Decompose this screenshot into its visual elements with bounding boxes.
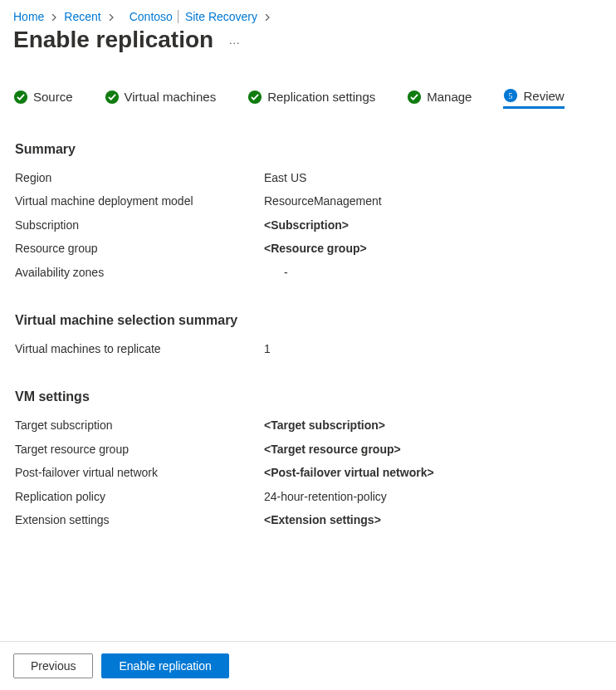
enable-replication-button[interactable]: Enable replication [101, 653, 228, 678]
value-availability-zones: - [264, 263, 601, 281]
step-label: Virtual machines [125, 90, 217, 104]
step-replication-settings[interactable]: Replication settings [247, 90, 375, 108]
row-extension-settings: Extension settings <Extension settings> [15, 511, 601, 529]
step-review[interactable]: 5 Review [503, 88, 564, 109]
row-resource-group: Resource group <Resource group> [15, 239, 601, 257]
wizard-steps: Source Virtual machines Replication sett… [0, 68, 616, 117]
label-region: Region [15, 169, 264, 187]
page-title: Enable replication [13, 27, 213, 53]
step-virtual-machines[interactable]: Virtual machines [105, 90, 217, 108]
breadcrumb-recent[interactable]: Recent [64, 10, 100, 23]
section-heading: Summary [15, 142, 601, 157]
breadcrumb-home[interactable]: Home [13, 10, 44, 23]
chevron-right-icon [51, 10, 57, 23]
value-target-subscription: <Target subscription> [264, 416, 601, 434]
label-target-resource-group: Target resource group [15, 440, 264, 458]
value-post-failover-network: <Post-failover virtual network> [264, 463, 601, 482]
row-region: Region East US [15, 169, 601, 187]
check-circle-icon [13, 90, 28, 105]
label-target-subscription: Target subscription [15, 416, 264, 434]
value-vms-to-replicate: 1 [264, 340, 601, 358]
value-resource-group: <Resource group> [264, 239, 601, 257]
section-heading: VM settings [15, 389, 601, 404]
step-label: Source [33, 90, 73, 104]
row-target-resource-group: Target resource group <Target resource g… [15, 440, 601, 458]
section-vm-selection: Virtual machine selection summary Virtua… [15, 313, 601, 358]
label-vms-to-replicate: Virtual machines to replicate [15, 340, 264, 358]
step-number-icon: 5 [503, 88, 518, 103]
footer-actions: Previous Enable replication [0, 641, 616, 690]
value-region: East US [264, 169, 601, 187]
review-content: Summary Region East US Virtual machine d… [0, 117, 616, 529]
check-circle-icon [407, 90, 422, 105]
label-post-failover-network: Post-failover virtual network [15, 463, 264, 482]
label-replication-policy: Replication policy [15, 487, 264, 506]
row-vms-to-replicate: Virtual machines to replicate 1 [15, 340, 601, 358]
row-post-failover-network: Post-failover virtual network <Post-fail… [15, 463, 601, 482]
chevron-right-icon [264, 10, 271, 23]
label-resource-group: Resource group [15, 239, 264, 257]
step-manage[interactable]: Manage [407, 90, 472, 108]
check-circle-icon [105, 90, 120, 105]
value-subscription: <Subscription> [264, 216, 601, 234]
row-target-subscription: Target subscription <Target subscription… [15, 416, 601, 434]
breadcrumb: Home Recent Contoso Site Recovery [0, 0, 616, 27]
previous-button[interactable]: Previous [13, 653, 93, 678]
value-target-resource-group: <Target resource group> [264, 440, 601, 458]
page-title-row: Enable replication … [0, 27, 616, 68]
more-icon[interactable]: … [228, 33, 241, 46]
section-heading: Virtual machine selection summary [15, 313, 601, 328]
value-replication-policy: 24-hour-retention-policy [264, 487, 601, 506]
section-summary: Summary Region East US Virtual machine d… [15, 142, 601, 281]
label-subscription: Subscription [15, 216, 264, 234]
check-circle-icon [247, 90, 262, 105]
section-vm-settings: VM settings Target subscription <Target … [15, 389, 601, 529]
step-source[interactable]: Source [13, 90, 73, 108]
label-deployment-model: Virtual machine deployment model [15, 192, 264, 210]
chevron-right-icon [108, 10, 115, 23]
row-subscription: Subscription <Subscription> [15, 216, 601, 234]
row-replication-policy: Replication policy 24-hour-retention-pol… [15, 487, 601, 506]
step-label: Manage [427, 90, 472, 104]
step-label: Replication settings [267, 90, 375, 104]
breadcrumb-context[interactable]: Site Recovery [178, 10, 257, 23]
label-availability-zones: Availability zones [15, 263, 264, 281]
breadcrumb-resource[interactable]: Contoso [130, 10, 173, 23]
svg-text:5: 5 [509, 91, 513, 100]
row-deployment-model: Virtual machine deployment model Resourc… [15, 192, 601, 210]
value-deployment-model: ResourceManagement [264, 192, 601, 210]
value-extension-settings: <Extension settings> [264, 511, 601, 529]
label-extension-settings: Extension settings [15, 511, 264, 529]
step-label: Review [523, 89, 564, 103]
row-availability-zones: Availability zones - [15, 263, 601, 281]
